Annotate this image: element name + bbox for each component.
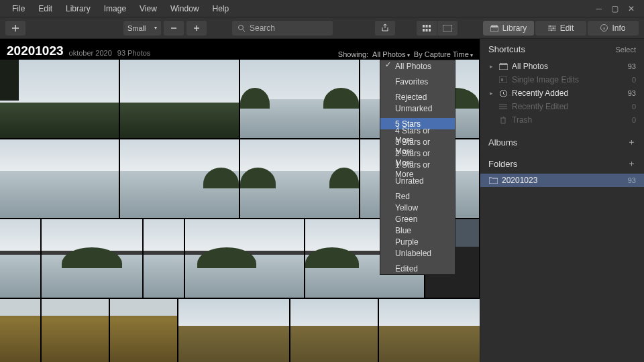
add-album-button[interactable]: ＋ bbox=[627, 136, 636, 148]
shortcut-all-photos[interactable]: ▸All Photos93 bbox=[488, 60, 636, 73]
svg-rect-2 bbox=[426, 25, 428, 27]
svg-point-10 bbox=[549, 25, 550, 26]
thumbnail-size-select[interactable]: Small▾ bbox=[123, 21, 161, 36]
add-folder-button[interactable]: ＋ bbox=[627, 158, 636, 170]
filter-dropdown-menu: All Photos Favorites Rejected Unmarked 5… bbox=[380, 60, 455, 275]
thumbnail[interactable] bbox=[185, 219, 304, 298]
single-edit-icon bbox=[498, 76, 508, 84]
photos-icon bbox=[498, 62, 508, 70]
thumbnail[interactable] bbox=[0, 139, 119, 218]
svg-rect-3 bbox=[429, 25, 431, 27]
filter-option[interactable]: Green bbox=[380, 213, 455, 225]
thumbnail-selected[interactable] bbox=[240, 60, 359, 138]
thumbnail[interactable] bbox=[144, 219, 184, 298]
thumbnail[interactable] bbox=[42, 219, 142, 298]
zoom-out-button[interactable] bbox=[164, 21, 184, 36]
sliders-icon bbox=[498, 103, 508, 111]
sidebar: Shortcuts Select ▸All Photos93 Single Im… bbox=[480, 39, 644, 362]
folder-row[interactable]: 20201023 93 bbox=[480, 174, 644, 187]
filter-option[interactable]: All Photos bbox=[380, 60, 455, 72]
svg-rect-4 bbox=[423, 29, 425, 32]
albums-header: Albums＋ bbox=[488, 136, 636, 148]
menu-edit[interactable]: Edit bbox=[32, 4, 59, 13]
filter-option[interactable]: Unrated bbox=[380, 175, 455, 186]
menu-view[interactable]: View bbox=[133, 4, 164, 13]
thumbnail[interactable] bbox=[0, 219, 40, 298]
single-view-button[interactable] bbox=[437, 21, 458, 36]
library-icon bbox=[490, 25, 498, 32]
thumbnail[interactable] bbox=[42, 299, 109, 362]
sort-dropdown[interactable]: By Capture Time ▾ bbox=[414, 50, 473, 58]
filter-option[interactable]: Purple bbox=[380, 236, 455, 247]
thumbnail[interactable] bbox=[120, 139, 239, 218]
menubar: File Edit Library Image View Window Help… bbox=[0, 0, 644, 17]
filter-option[interactable]: Favorites bbox=[380, 76, 455, 87]
shortcut-recently-added[interactable]: ▸Recently Added93 bbox=[488, 86, 636, 100]
content-browser: 20201023 oktober 2020 93 Photos Showing:… bbox=[0, 39, 480, 362]
menu-image[interactable]: Image bbox=[97, 4, 133, 13]
panel-segment: Library Edit Info bbox=[483, 21, 639, 36]
shortcuts-header: Shortcuts Select bbox=[488, 44, 636, 54]
chevron-down-icon: ▾ bbox=[406, 52, 410, 58]
clock-icon bbox=[498, 89, 508, 97]
filter-option[interactable]: Unlabeled bbox=[380, 247, 455, 259]
filter-option[interactable]: Rejected bbox=[380, 91, 455, 103]
maximize-icon[interactable]: ▢ bbox=[611, 4, 619, 13]
thumbnail[interactable] bbox=[110, 299, 177, 362]
grid-view-button[interactable] bbox=[417, 21, 437, 36]
thumbnail[interactable] bbox=[290, 299, 378, 362]
thumbnail[interactable] bbox=[178, 299, 289, 362]
svg-point-0 bbox=[239, 25, 244, 29]
close-icon[interactable]: ✕ bbox=[628, 4, 635, 13]
shortcut-single-edits[interactable]: Single Image Edits0 bbox=[488, 73, 636, 86]
disclosure-triangle-icon: ▸ bbox=[488, 90, 494, 97]
svg-rect-1 bbox=[423, 25, 425, 27]
filter-option[interactable]: Edited bbox=[380, 263, 455, 274]
page-subtitle-date: oktober 2020 bbox=[69, 49, 112, 57]
svg-rect-5 bbox=[426, 29, 428, 32]
folder-icon bbox=[488, 176, 498, 184]
add-button[interactable] bbox=[5, 21, 25, 36]
page-title: 20201023 bbox=[7, 44, 64, 58]
zoom-in-button[interactable] bbox=[186, 21, 207, 36]
svg-rect-6 bbox=[429, 29, 431, 32]
browser-header: 20201023 oktober 2020 93 Photos Showing:… bbox=[0, 39, 480, 60]
svg-rect-8 bbox=[490, 27, 498, 32]
view-mode-segment bbox=[417, 21, 458, 36]
shortcut-recently-edited[interactable]: Recently Edited0 bbox=[488, 100, 636, 113]
filter-option[interactable]: Unmarked bbox=[380, 103, 455, 114]
info-panel-button[interactable]: Info bbox=[588, 21, 639, 36]
minimize-icon[interactable]: ─ bbox=[596, 4, 602, 13]
menu-help[interactable]: Help bbox=[206, 4, 236, 13]
filter-option[interactable]: Yellow bbox=[380, 202, 455, 213]
showing-label: Showing: bbox=[338, 50, 368, 58]
thumbnail[interactable] bbox=[0, 60, 119, 138]
filter-option[interactable]: 1 Stars or More bbox=[380, 164, 455, 175]
search-icon bbox=[237, 24, 246, 32]
menu-file[interactable]: File bbox=[5, 4, 32, 13]
sliders-icon bbox=[548, 25, 556, 32]
filter-option[interactable]: Blue bbox=[380, 225, 455, 236]
svg-rect-9 bbox=[492, 25, 497, 27]
svg-point-11 bbox=[552, 27, 553, 28]
thumbnail[interactable] bbox=[240, 139, 359, 218]
folders-header: Folders＋ bbox=[488, 158, 636, 170]
share-button[interactable] bbox=[375, 21, 395, 36]
thumbnail[interactable] bbox=[379, 299, 480, 362]
shortcuts-select[interactable]: Select bbox=[615, 46, 636, 54]
thumbnail[interactable] bbox=[120, 60, 239, 138]
menu-library[interactable]: Library bbox=[59, 4, 97, 13]
page-subtitle-count: 93 Photos bbox=[117, 49, 151, 57]
library-panel-button[interactable]: Library bbox=[483, 21, 534, 36]
filter-dropdown[interactable]: All Photos ▾ bbox=[372, 50, 410, 58]
toolbar: Small▾ Search Library Edit Info bbox=[0, 17, 644, 39]
info-icon bbox=[600, 24, 608, 32]
filter-option[interactable]: Red bbox=[380, 190, 455, 202]
svg-rect-7 bbox=[443, 25, 452, 32]
search-input[interactable]: Search bbox=[232, 21, 333, 36]
edit-panel-button[interactable]: Edit bbox=[535, 21, 586, 36]
svg-rect-15 bbox=[500, 63, 506, 64]
shortcut-trash[interactable]: Trash0 bbox=[488, 113, 636, 127]
menu-window[interactable]: Window bbox=[164, 4, 206, 13]
thumbnail[interactable] bbox=[0, 299, 40, 362]
